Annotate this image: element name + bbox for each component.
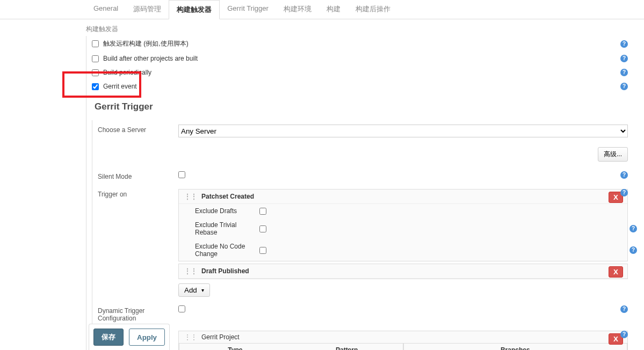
exclude-trivial-label: Exclude Trivial Rebase bbox=[195, 221, 259, 236]
pattern-header: Pattern bbox=[291, 344, 403, 350]
silent-mode-label: Silent Mode bbox=[98, 171, 178, 180]
after-projects-label: Build after other projects are built bbox=[103, 55, 198, 62]
delete-draft-published-button[interactable]: X bbox=[609, 266, 623, 278]
tab-build[interactable]: 构建 bbox=[319, 0, 348, 19]
type-header: Type bbox=[179, 344, 291, 350]
save-button[interactable]: 保存 bbox=[93, 329, 124, 346]
tab-general[interactable]: General bbox=[86, 0, 126, 19]
exclude-drafts-label: Exclude Drafts bbox=[195, 207, 259, 215]
tab-scm[interactable]: 源码管理 bbox=[126, 0, 169, 19]
trigger-on-label: Trigger on bbox=[98, 189, 178, 297]
tab-build-triggers[interactable]: 构建触发器 bbox=[169, 0, 220, 19]
exclude-nocode-label: Exclude No Code Change bbox=[195, 243, 259, 258]
draft-published-label: Draft Published bbox=[201, 267, 249, 275]
choose-server-label: Choose a Server bbox=[98, 125, 178, 137]
help-icon[interactable]: ? bbox=[620, 305, 628, 313]
help-icon[interactable]: ? bbox=[620, 83, 628, 90]
add-trigger-button[interactable]: Add bbox=[178, 283, 210, 297]
dynamic-config-checkbox[interactable] bbox=[178, 305, 185, 312]
exclude-nocode-checkbox[interactable] bbox=[259, 247, 266, 254]
server-select[interactable]: Any Server bbox=[178, 125, 628, 137]
after-projects-checkbox[interactable] bbox=[92, 55, 99, 62]
gerrit-trigger-heading: Gerrit Trigger bbox=[95, 101, 628, 112]
remote-trigger-label: 触发远程构建 (例如,使用脚本) bbox=[103, 39, 189, 48]
help-icon[interactable]: ? bbox=[620, 331, 628, 338]
help-icon[interactable]: ? bbox=[629, 246, 637, 254]
section-heading: 构建触发器 bbox=[86, 25, 628, 36]
help-icon[interactable]: ? bbox=[620, 55, 628, 62]
highlight-box bbox=[62, 71, 141, 98]
tab-gerrit-trigger[interactable]: Gerrit Trigger bbox=[220, 0, 276, 19]
apply-button[interactable]: Apply bbox=[129, 329, 165, 346]
help-icon[interactable]: ? bbox=[620, 69, 628, 76]
help-icon[interactable]: ? bbox=[620, 189, 628, 196]
patchset-created-label: Patchset Created bbox=[201, 193, 254, 200]
help-icon[interactable]: ? bbox=[629, 225, 637, 232]
help-icon[interactable]: ? bbox=[620, 40, 628, 48]
gerrit-project-label: Gerrit Project bbox=[201, 333, 240, 341]
tab-build-env[interactable]: 构建环境 bbox=[276, 0, 319, 19]
advanced-button[interactable]: 高级... bbox=[598, 147, 628, 162]
exclude-drafts-checkbox[interactable] bbox=[259, 208, 266, 215]
tab-post-build[interactable]: 构建后操作 bbox=[348, 0, 398, 19]
branches-header: Branches bbox=[404, 344, 627, 350]
exclude-trivial-checkbox[interactable] bbox=[259, 225, 266, 232]
help-icon[interactable]: ? bbox=[620, 171, 628, 179]
remote-trigger-checkbox[interactable] bbox=[92, 40, 99, 47]
dynamic-config-label: Dynamic Trigger Configuration bbox=[98, 305, 178, 322]
silent-mode-checkbox[interactable] bbox=[178, 171, 185, 178]
